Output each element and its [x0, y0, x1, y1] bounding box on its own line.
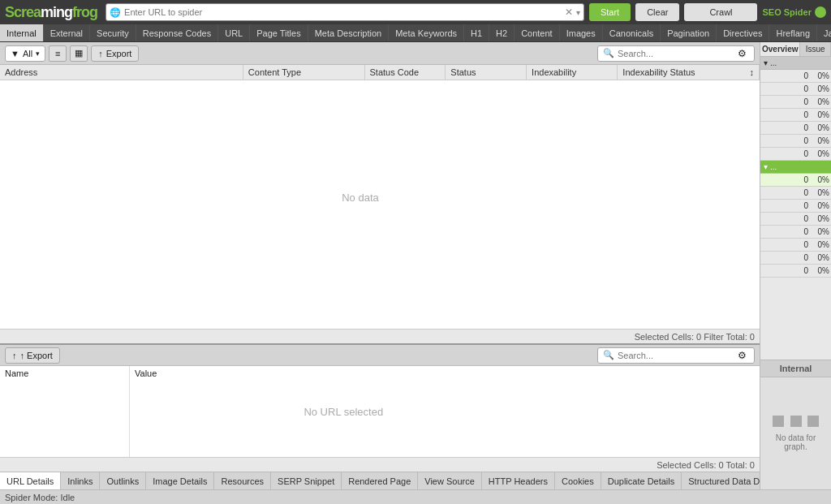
right-data-row: 0 0%	[760, 239, 831, 252]
bottom-tab-view-source[interactable]: View Source	[418, 472, 482, 490]
right-data-row: 0 0%	[760, 226, 831, 239]
bottom-panel: ↑ ↑ Export 🔍 ⚙ Name Value	[0, 343, 760, 489]
bottom-tab-duplicate-details[interactable]: Duplicate Details	[601, 472, 682, 490]
filter-row: ▼ All ▾ ≡ ▦ ↑ Export 🔍 ⚙	[0, 42, 760, 65]
right-bottom-label: Internal	[760, 360, 831, 377]
right-tab-issues[interactable]: Issue	[800, 42, 831, 56]
bottom-tab-http-headers[interactable]: HTTP Headers	[482, 472, 555, 490]
bottom-tab-inlinks[interactable]: Inlinks	[61, 472, 100, 490]
export-label: Export	[106, 49, 132, 58]
search-input-bottom[interactable]	[618, 351, 731, 360]
start-button[interactable]: Start	[589, 3, 631, 21]
bottom-tab-resources[interactable]: Resources	[214, 472, 271, 490]
tab-content[interactable]: Content	[515, 24, 560, 42]
bottom-tab-image-details[interactable]: Image Details	[146, 472, 214, 490]
tab-h1[interactable]: H1	[464, 24, 489, 42]
col-value-label: Value	[135, 368, 157, 378]
right-data-row: 0 0%	[760, 148, 831, 161]
right-data-row-active: 0 0%	[760, 174, 831, 187]
filter-options-button-bottom[interactable]: ⚙	[734, 348, 749, 363]
search-input-top[interactable]	[618, 49, 731, 58]
export-button-bottom[interactable]: ↑ ↑ Export	[5, 347, 60, 364]
url-dropdown-icon[interactable]: ▾	[576, 8, 580, 17]
tab-hreflang[interactable]: Hreflang	[769, 24, 817, 42]
clear-button[interactable]: Clear	[635, 3, 679, 21]
right-panel: Overview Issue ▾ ... 0 0% 0 0% 0	[760, 42, 831, 489]
filter-lines-icon-bottom: ⚙	[738, 350, 747, 361]
tab-pagination[interactable]: Pagination	[661, 24, 717, 42]
bottom-tab-outlinks[interactable]: Outlinks	[100, 472, 146, 490]
col-status-code[interactable]: Status Code	[364, 65, 446, 80]
right-section-expand-1: ▾	[764, 58, 768, 67]
col-indexability-status[interactable]: Indexability Status ↕	[618, 65, 760, 80]
col-address[interactable]: Address	[0, 65, 243, 80]
right-data-row: 0 0%	[760, 70, 831, 83]
view-chart-button[interactable]: ▦	[70, 45, 88, 62]
tab-response-codes[interactable]: Response Codes	[136, 24, 218, 42]
tab-internal[interactable]: Internal	[0, 24, 44, 42]
data-table-wrap: Address Content Type Status Code Status …	[0, 65, 760, 329]
export-up-arrow-icon-bottom: ↑	[12, 351, 17, 360]
crawl-button[interactable]: Crawl	[684, 3, 757, 21]
tab-javascript[interactable]: JavaScript	[817, 24, 831, 42]
search-icon-top: 🔍	[603, 48, 614, 58]
main-layout: ▼ All ▾ ≡ ▦ ↑ Export 🔍 ⚙	[0, 42, 831, 489]
right-tab-overview[interactable]: Overview	[760, 42, 800, 56]
no-data-message: No data	[342, 191, 379, 203]
filter-dropdown[interactable]: ▼ All ▾	[5, 45, 45, 62]
col-name-header: Name	[0, 366, 130, 457]
bottom-tab-cookies[interactable]: Cookies	[555, 472, 601, 490]
bottom-tab-structured-data[interactable]: Structured Data Details	[682, 472, 760, 490]
right-graph-placeholder: No data forgraph.	[771, 377, 820, 489]
status-text: Spider Mode: Idle	[5, 493, 75, 502]
tab-directives[interactable]: Directives	[717, 24, 769, 42]
right-data-row: 0 0%	[760, 200, 831, 213]
tab-url[interactable]: URL	[218, 24, 250, 42]
right-data-row: 0 0%	[760, 83, 831, 96]
tab-security[interactable]: Security	[90, 24, 136, 42]
url-input[interactable]	[124, 7, 562, 17]
bottom-tab-url-details[interactable]: URL Details	[0, 472, 61, 490]
right-data-row: 0 0%	[760, 122, 831, 135]
tab-canonicals[interactable]: Canonicals	[603, 24, 661, 42]
right-panel-tabs: Overview Issue	[760, 42, 831, 57]
bottom-data-area: Name Value No URL selected	[0, 366, 760, 457]
view-list-button[interactable]: ≡	[49, 45, 67, 62]
bottom-tab-rendered-page[interactable]: Rendered Page	[342, 472, 418, 490]
export-button-top[interactable]: ↑ Export	[91, 45, 139, 62]
right-data-row: 0 0%	[760, 109, 831, 122]
tab-images[interactable]: Images	[560, 24, 603, 42]
no-data-graph-message: No data forgraph.	[776, 433, 816, 451]
right-data-row: 0 0%	[760, 213, 831, 226]
table-header-row: Address Content Type Status Code Status …	[0, 65, 760, 80]
export-label-bottom: ↑ Export	[20, 351, 53, 360]
url-bar-wrap[interactable]: 🌐 ✕ ▾	[105, 3, 584, 21]
spider-icon	[815, 6, 826, 18]
right-section-header-1[interactable]: ▾ ...	[760, 57, 831, 70]
selected-cells-text: Selected Cells: 0 Filter Total: 0	[635, 332, 755, 342]
graph-square-3	[807, 416, 819, 427]
export-up-arrow-icon: ↑	[98, 49, 103, 58]
list-icon: ≡	[55, 49, 60, 58]
right-data-row: 0 0%	[760, 265, 831, 278]
col-content-type[interactable]: Content Type	[243, 65, 364, 80]
tab-meta-description[interactable]: Meta Description	[308, 24, 390, 42]
filter-options-button[interactable]: ⚙	[734, 46, 749, 61]
right-section-header-2[interactable]: ▾ ...	[760, 161, 831, 174]
tab-external[interactable]: External	[44, 24, 90, 42]
url-clear-icon[interactable]: ✕	[565, 6, 573, 18]
chart-icon: ▦	[75, 48, 83, 58]
right-data-row: 0 0%	[760, 252, 831, 265]
tab-h2[interactable]: H2	[489, 24, 515, 42]
app-logo: Screamingfrog	[5, 4, 97, 21]
tab-meta-keywords[interactable]: Meta Keywords	[389, 24, 464, 42]
graph-square-2	[790, 416, 802, 427]
col-indexability[interactable]: Indexability	[527, 65, 618, 80]
filter-icon: ▼	[11, 49, 19, 58]
top-bar: Screamingfrog 🌐 ✕ ▾ Start Clear Crawl SE…	[0, 0, 831, 24]
tab-page-titles[interactable]: Page Titles	[250, 24, 308, 42]
bottom-tab-serp-snippet[interactable]: SERP Snippet	[271, 472, 342, 490]
col-status[interactable]: Status	[446, 65, 527, 80]
seo-spider-label: SEO Spider	[762, 6, 826, 18]
bottom-tabs-row: URL Details Inlinks Outlinks Image Detai…	[0, 472, 760, 489]
